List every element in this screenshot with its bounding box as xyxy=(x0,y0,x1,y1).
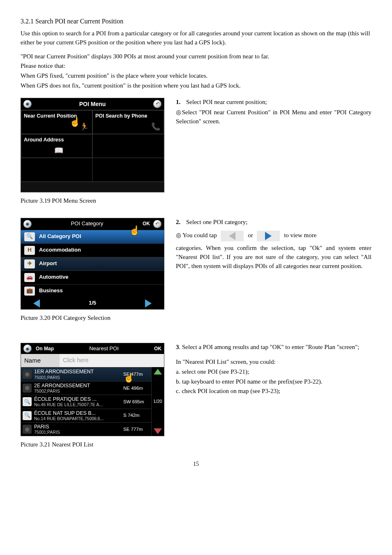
poi-row-4[interactable]: ◎ PARIS75001;PARIS SE 777m xyxy=(21,422,151,436)
poi-row-2-dir: SW xyxy=(123,399,131,404)
poi-row-2-name: ÉCOLE PRATIQUE DES ... xyxy=(34,396,121,402)
step2-detail: categories. When you confirm the selecti… xyxy=(176,244,371,271)
caption-poi-menu: Picture 3.19 POI Menu Screen xyxy=(21,197,164,206)
para-note3: When GPS fixed, "current position" is th… xyxy=(21,72,371,81)
step2-text: Select one POI category; xyxy=(186,219,248,225)
step2: 2. Select one POI category; xyxy=(176,218,371,227)
nearest-poi-screenshot: ◉ On Map Nearest POI OK Name Click here … xyxy=(21,343,164,436)
airplane-icon: ✈ xyxy=(24,259,35,268)
name-field-label: Name xyxy=(21,354,60,367)
poi-row-3-dist: 742m xyxy=(128,413,140,418)
target-icon: ◎ xyxy=(23,425,32,434)
poi-menu-screenshot: ◉ POI Menu ↶ Near Current Position 🏃 POI… xyxy=(21,98,164,192)
para-note2: Please notice that: xyxy=(21,62,371,71)
step2b-mid: or xyxy=(248,232,253,239)
para-intro: Use this option to search for a POI from… xyxy=(21,29,371,47)
chevron-right-icon xyxy=(265,232,272,240)
poi-category-title: POI Category xyxy=(71,220,104,228)
name-input[interactable]: Click here xyxy=(60,354,164,367)
poi-row-0-dir: SE xyxy=(123,372,129,377)
cat-automotive-label: Automotive xyxy=(39,273,69,281)
step3: 3. Select a POI among results and tap "O… xyxy=(176,343,371,352)
poi-row-1[interactable]: ◎ 2E ARRONDISSEMENT75002;PARIS NE 496m xyxy=(21,381,151,395)
poi-row-2-sub: No.46 RUE DE LILLE,75007;7E A... xyxy=(34,402,121,407)
poi-row-0-dist: 477m xyxy=(131,372,143,377)
ok-button[interactable]: OK xyxy=(143,220,150,227)
poi-menu-around-address-label: Around Address xyxy=(24,137,64,143)
poi-row-1-dir: NE xyxy=(123,386,130,391)
next-arrow-inline xyxy=(257,231,280,241)
poi-row-1-dist: 496m xyxy=(131,386,143,391)
running-icon: 🏃 xyxy=(80,121,89,132)
poi-row-0-name: 1ER ARRONDISSEMENT xyxy=(34,369,121,375)
poi-menu-empty3 xyxy=(92,158,164,182)
section-heading: 3.2.1 Search POI near Current Position xyxy=(21,16,371,26)
cat-automotive[interactable]: 🚗 Automotive xyxy=(21,271,164,284)
poi-row-1-sub: 75002;PARIS xyxy=(34,388,121,393)
next-page-button[interactable] xyxy=(145,299,152,308)
cat-accommodation[interactable]: H Accommodation xyxy=(21,243,164,257)
poi-menu-footer xyxy=(21,182,164,192)
step3-b: b. tap keyboard to enter POI name or the… xyxy=(176,377,371,386)
cat-all-category-label: All Category POI xyxy=(39,233,81,240)
car-icon: 🚗 xyxy=(24,273,35,282)
back-icon[interactable]: ↶ xyxy=(153,220,161,228)
poi-row-0[interactable]: ◎ 1ER ARRONDISSEMENT75001;PARIS SE 477m xyxy=(21,367,151,381)
poi-menu-around-address[interactable]: Around Address 📖 xyxy=(21,134,92,158)
step1-detail: ◎Select "POI near Current Position" in P… xyxy=(176,108,371,126)
gps-icon: ◉ xyxy=(23,100,32,108)
poi-menu-title: POI Menu xyxy=(79,100,106,108)
addressbook-icon: 📖 xyxy=(54,145,63,156)
hotel-icon: H xyxy=(24,246,35,255)
step3-a: a. select one POI (see P3-21); xyxy=(176,368,371,377)
briefcase-icon: 💼 xyxy=(24,287,35,296)
scroll-up-button[interactable] xyxy=(154,369,162,375)
step2-num: 2. xyxy=(176,219,180,225)
step3-intro: In "Nearest POI List" screen, you could: xyxy=(176,358,371,367)
caption-nearest-poi: Picture 3.21 Nearest POI List xyxy=(21,440,164,449)
para-note4: When GPS does not fix, "current position… xyxy=(21,81,371,90)
poi-row-2[interactable]: 🔍 ÉCOLE PRATIQUE DES ...No.46 RUE DE LIL… xyxy=(21,395,151,408)
poi-menu-near-current[interactable]: Near Current Position 🏃 xyxy=(21,110,92,134)
prev-arrow-inline xyxy=(221,231,244,241)
gps-icon: ◉ xyxy=(23,345,32,353)
poi-menu-empty2 xyxy=(21,158,92,182)
step2b-post: to view more xyxy=(284,232,316,239)
magnifier-icon: 🔍 xyxy=(24,232,35,241)
magnifier-icon: 🔍 xyxy=(23,397,32,406)
poi-row-4-dist: 777m xyxy=(131,427,143,432)
poi-row-3[interactable]: 🔍 ÉCOLE NAT SUP DES B...No.14 RUE BONAPA… xyxy=(21,409,151,422)
magnifier-icon: 🔍 xyxy=(23,411,32,420)
poi-row-3-dir: S xyxy=(123,413,127,418)
poi-row-2-dist: 695m xyxy=(132,399,144,404)
ok-button[interactable]: OK xyxy=(154,345,161,352)
prev-page-button[interactable] xyxy=(33,299,40,308)
poi-menu-empty xyxy=(92,134,164,158)
cat-airport[interactable]: ✈ Airport xyxy=(21,257,164,271)
step1-text: Select POI near current position; xyxy=(186,99,267,105)
page-indicator: 1/5 xyxy=(89,299,96,307)
nearest-poi-title: Nearest POI xyxy=(89,345,119,353)
step3-num: 3 xyxy=(176,344,179,350)
on-map-tab[interactable]: On Map xyxy=(36,345,54,352)
poi-menu-near-current-label: Near Current Position xyxy=(24,113,77,119)
target-icon: ◎ xyxy=(23,370,32,379)
cat-all-category[interactable]: 🔍 All Category POI xyxy=(21,230,164,243)
step3-text: . Select a POI among results and tap "OK… xyxy=(179,344,360,350)
gps-icon: ◉ xyxy=(23,220,32,228)
cat-business-label: Business xyxy=(39,287,63,295)
cat-business[interactable]: 💼 Business xyxy=(21,284,164,298)
poi-row-4-dir: SE xyxy=(123,427,129,432)
poi-row-3-sub: No.14 RUE BONAPARTE,75006;6... xyxy=(34,416,121,421)
poi-row-1-name: 2E ARRONDISSEMENT xyxy=(34,383,121,388)
poi-row-4-name: PARIS xyxy=(34,424,121,430)
step2b-pre: ◎ You could tap xyxy=(176,232,217,239)
chevron-left-icon xyxy=(229,232,235,240)
scroll-down-button[interactable] xyxy=(154,428,162,434)
poi-row-4-sub: 75001;PARIS xyxy=(34,430,121,435)
step3-c: c. check POI location on map (see P3-23)… xyxy=(176,387,371,396)
back-icon[interactable]: ↶ xyxy=(153,100,161,108)
page-number: 15 xyxy=(21,460,371,468)
step1-num: 1. xyxy=(176,99,180,105)
poi-menu-search-phone[interactable]: POI Search by Phone 📞 xyxy=(92,110,164,134)
